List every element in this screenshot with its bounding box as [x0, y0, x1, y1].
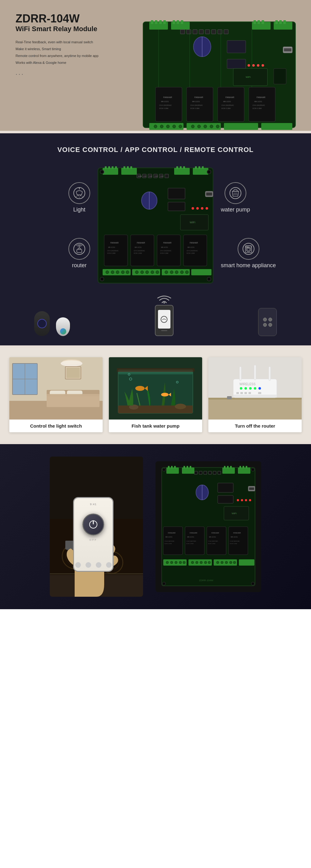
- svg-point-47: [191, 125, 195, 128]
- svg-rect-122: [168, 188, 185, 199]
- power-button[interactable]: [82, 514, 104, 535]
- svg-point-326: [230, 561, 232, 564]
- photo-card-router: WIRELESS Turn off the router: [208, 357, 302, 432]
- svg-point-228: [244, 387, 247, 390]
- amazon-echo-icon: [34, 311, 50, 336]
- svg-point-160: [126, 271, 129, 274]
- svg-rect-236: [244, 392, 247, 394]
- hero-text-block: ZDRR-104W WiFi Smart Relay Module Real-T…: [15, 12, 99, 76]
- svg-rect-266: [227, 466, 229, 468]
- svg-rect-269: [243, 466, 244, 468]
- router-icon-block: router: [68, 238, 90, 269]
- svg-rect-282: [249, 488, 254, 490]
- svg-rect-7: [159, 20, 162, 24]
- google-home-icon: [56, 317, 70, 336]
- svg-text:FANHAR: FANHAR: [110, 242, 119, 244]
- svg-rect-13: [257, 20, 260, 24]
- svg-rect-8: [163, 20, 166, 24]
- app-nav-icon-2[interactable]: [85, 562, 91, 568]
- svg-text:FANHAR: FANHAR: [226, 96, 234, 98]
- svg-point-67: [252, 64, 255, 67]
- svg-text:FANHAR: FANHAR: [233, 532, 241, 534]
- svg-rect-97: [108, 166, 110, 169]
- svg-point-169: [180, 271, 183, 274]
- svg-rect-5: [151, 20, 153, 24]
- svg-rect-260: [171, 466, 173, 468]
- svg-rect-270: [246, 466, 247, 468]
- svg-text:FANHAR: FANHAR: [137, 242, 145, 244]
- svg-rect-14: [262, 20, 264, 24]
- svg-point-165: [156, 271, 159, 274]
- router-label: router: [72, 262, 87, 269]
- svg-point-43: [160, 125, 163, 128]
- app-nav-icon-4[interactable]: [106, 562, 112, 568]
- svg-text:DC9V 0.36W: DC9V 0.36W: [230, 543, 237, 545]
- svg-text:CH:A 10A250VAC: CH:A 10A250VAC: [159, 104, 172, 106]
- svg-point-322: [208, 561, 211, 564]
- wifi-signal-icon: [157, 294, 172, 303]
- feature-list: Real-Time feedback, even with local manu…: [15, 39, 99, 66]
- svg-point-321: [204, 561, 207, 564]
- svg-point-317: [183, 561, 185, 564]
- smart-home-icon: [242, 243, 255, 255]
- fishtank-caption: Fish tank water pump: [109, 420, 202, 432]
- app-top-bar: 9:41: [90, 503, 97, 506]
- hero-dots: ...: [15, 69, 99, 76]
- svg-point-46: [179, 125, 182, 128]
- svg-rect-224: [239, 367, 241, 380]
- svg-point-209: [175, 404, 186, 409]
- svg-point-157: [111, 271, 114, 274]
- smart-home-icon-block: smart home appliance: [221, 238, 276, 269]
- svg-text:FANHAR: FANHAR: [256, 96, 265, 98]
- app-phone[interactable]: 9:41 OFF: [73, 497, 113, 572]
- svg-rect-103: [176, 166, 178, 169]
- feature-4: Works with Alexa & Google home: [15, 59, 99, 66]
- photo-card-light: Control the light switch: [9, 357, 103, 432]
- app-nav-icon-1[interactable]: [75, 562, 81, 568]
- svg-point-50: [210, 125, 213, 128]
- svg-rect-86: [77, 249, 82, 253]
- svg-rect-200: [47, 394, 100, 407]
- phone-screen-app: 9:41 OFF: [74, 498, 112, 571]
- svg-rect-225: [254, 365, 256, 380]
- svg-rect-92: [103, 168, 118, 175]
- svg-rect-108: [202, 166, 204, 169]
- svg-point-172: [207, 170, 211, 174]
- svg-text:FANHAR: FANHAR: [168, 532, 176, 534]
- app-demo-left: 9:41 OFF: [50, 457, 143, 597]
- pcb-board-hero: FANHAR FANHAR FANHAR FANHAR MK-1CO1 MK-1…: [140, 16, 302, 131]
- svg-text:CH1: CH1: [143, 175, 146, 177]
- svg-line-84: [82, 196, 83, 197]
- light-icon-block: Light: [68, 182, 90, 213]
- app-nav-icon-3[interactable]: [96, 562, 101, 568]
- svg-rect-280: [218, 496, 233, 503]
- svg-text:DC9V 0.36W: DC9V 0.36W: [186, 253, 195, 254]
- svg-point-69: [262, 64, 264, 67]
- svg-text:300W: 300W: [138, 175, 142, 177]
- svg-rect-74: [274, 68, 286, 84]
- phone-control: [155, 294, 174, 336]
- svg-rect-65: [224, 30, 228, 34]
- svg-rect-274: [208, 471, 211, 474]
- svg-rect-98: [112, 166, 113, 169]
- svg-point-285: [245, 499, 247, 501]
- svg-rect-202: [66, 368, 80, 378]
- svg-rect-123: [168, 202, 185, 211]
- svg-text:CH3: CH3: [154, 175, 158, 177]
- svg-rect-276: [218, 471, 221, 474]
- router-photo: WIRELESS: [208, 357, 302, 420]
- svg-text:MK-1CO1: MK-1CO1: [135, 246, 141, 248]
- svg-rect-279: [218, 483, 233, 492]
- feature-3: Remote control from anywhere, anytime by…: [15, 52, 99, 59]
- light-label: Light: [73, 207, 85, 213]
- feature-2: Make it wireless, Smart timing: [15, 45, 99, 52]
- svg-text:WiFi: WiFi: [246, 76, 251, 79]
- svg-rect-63: [211, 30, 216, 34]
- svg-point-330: [162, 582, 166, 585]
- light-icon-circle: [68, 182, 90, 204]
- control-section: VOICE CONTROL / APP CONTROL / REMOTE CON…: [0, 133, 311, 345]
- svg-point-158: [116, 271, 119, 274]
- svg-text:FANHAR: FANHAR: [163, 96, 172, 98]
- svg-text:MK-1CO1: MK-1CO1: [161, 101, 169, 102]
- svg-text:CH:A 10A250VAC: CH:A 10A250VAC: [186, 250, 198, 252]
